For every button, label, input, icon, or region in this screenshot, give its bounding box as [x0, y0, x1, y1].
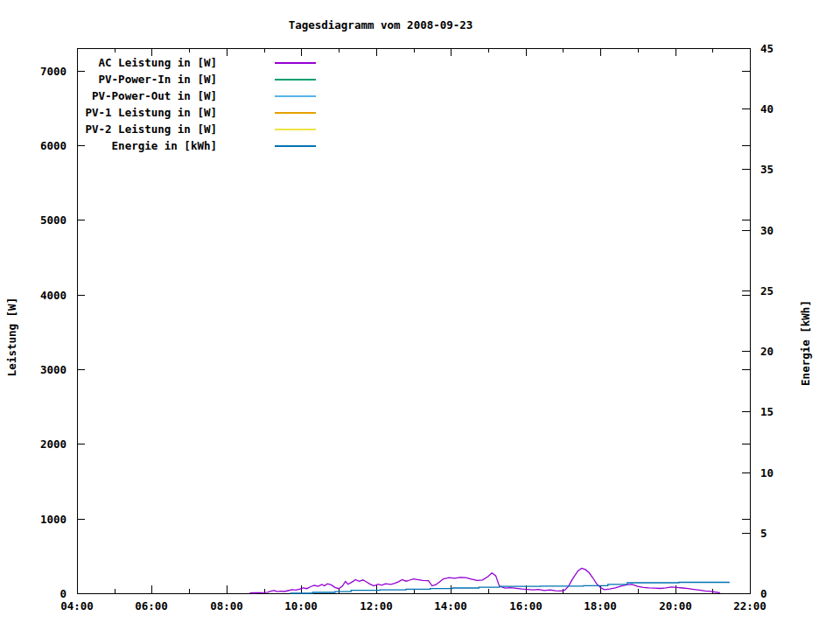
x-tick-label: 18:00	[584, 599, 617, 612]
y-right-tick-label: 30	[760, 224, 774, 237]
y-left-tick-label: 2000	[40, 438, 66, 451]
legend-item-label: PV-Power-Out in [W]	[77, 89, 217, 102]
y-right-tick-label: 45	[760, 42, 774, 55]
y-right-tick-label: 40	[760, 102, 774, 116]
y-right-tick-label: 35	[760, 163, 774, 176]
legend-item: PV-Power-Out in [W]	[77, 88, 316, 104]
legend-item: PV-2 Leistung in [W]	[77, 121, 316, 137]
y-left-tick-label: 7000	[40, 65, 66, 78]
y-right-tick-label: 10	[760, 466, 774, 480]
x-tick-label: 06:00	[135, 599, 168, 612]
y-left-tick-label: 6000	[40, 139, 66, 152]
legend-item: PV-1 Leistung in [W]	[77, 104, 316, 121]
series-lines	[249, 568, 729, 593]
y-left-tick-label: 4000	[40, 289, 66, 302]
legend-line-sample	[275, 129, 316, 130]
legend-line-sample	[275, 95, 316, 97]
chart-page: Tagesdiagramm vom 2008-09-23 Leistung [W…	[0, 0, 840, 630]
legend-line-sample	[275, 145, 316, 147]
series-path-ac-leistung-in-w-	[249, 568, 719, 592]
y-right-tick-label: 25	[760, 284, 774, 298]
x-tick-label: 04:00	[60, 599, 94, 612]
y-right-tick-label: 0	[760, 587, 767, 600]
legend-item: AC Leistung in [W]	[77, 54, 316, 71]
y-left-tick-label: 5000	[40, 214, 66, 227]
y-left-tick-label: 1000	[40, 513, 66, 526]
y-right-tick-label: 20	[760, 345, 774, 358]
legend-item-label: PV-1 Leistung in [W]	[77, 106, 217, 119]
legend-item: PV-Power-In in [W]	[77, 71, 316, 88]
x-tick-label: 10:00	[284, 599, 318, 612]
legend-line-sample	[275, 79, 316, 80]
x-tick-label: 08:00	[210, 599, 243, 612]
x-tick-label: 22:00	[733, 599, 766, 612]
legend-item-label: AC Leistung in [W]	[77, 56, 217, 69]
chart-legend: AC Leistung in [W]PV-Power-In in [W]PV-P…	[77, 54, 316, 154]
y-left-tick-label: 0	[60, 587, 66, 600]
x-tick-label: 14:00	[434, 599, 467, 612]
y-right-tick-label: 15	[760, 405, 774, 418]
legend-item-label: Energie in [kWh]	[77, 139, 217, 152]
legend-item-label: PV-Power-In in [W]	[77, 73, 217, 86]
right-axis-ticks: 051015202530354045	[742, 42, 774, 600]
legend-line-sample	[275, 62, 316, 64]
x-tick-label: 12:00	[360, 599, 393, 612]
x-tick-label: 16:00	[509, 599, 542, 612]
legend-item: Energie in [kWh]	[77, 137, 316, 154]
legend-item-label: PV-2 Leistung in [W]	[77, 122, 217, 136]
x-tick-label: 20:00	[659, 599, 692, 612]
y-left-tick-label: 3000	[40, 363, 66, 376]
legend-line-sample	[275, 112, 316, 114]
y-right-tick-label: 5	[760, 527, 767, 540]
